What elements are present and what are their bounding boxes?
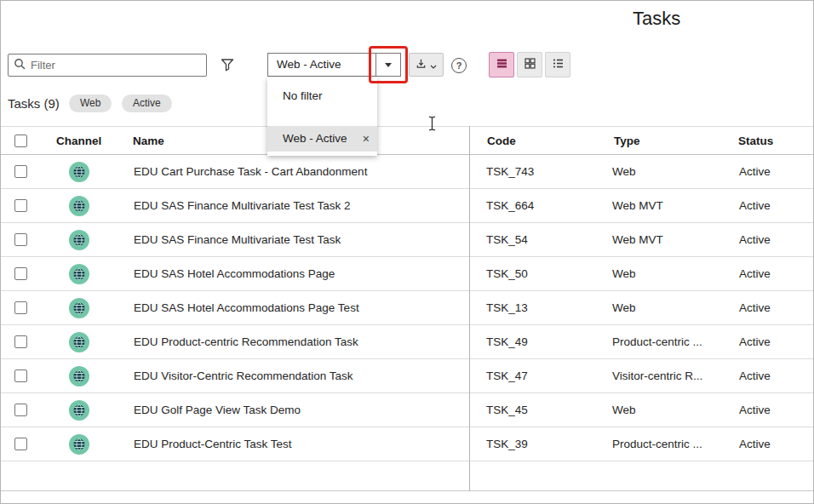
table-view-button[interactable] <box>489 52 514 77</box>
task-name: EDU Visitor-Centric Recommendation Task <box>134 359 353 392</box>
task-status: Active <box>739 189 771 222</box>
row-checkbox[interactable] <box>14 267 27 280</box>
chevron-down-icon <box>430 59 437 72</box>
task-status: Active <box>739 427 771 461</box>
table-row[interactable]: EDU Product-centric Recommendation Task … <box>1 325 813 359</box>
table-view-icon <box>496 57 508 72</box>
remove-filter-icon[interactable]: × <box>363 126 370 152</box>
row-checkbox[interactable] <box>14 233 27 246</box>
task-type: Web <box>612 257 636 290</box>
task-status: Active <box>739 325 771 358</box>
table-row[interactable]: EDU Visitor-Centric Recommendation Task … <box>1 359 813 393</box>
tasks-count-label: Tasks (9) <box>8 96 60 111</box>
task-type: Product-centric ... <box>612 427 702 461</box>
search-icon <box>14 58 26 73</box>
task-type: Web <box>612 393 636 427</box>
task-status: Active <box>739 359 771 392</box>
web-channel-icon <box>69 434 89 455</box>
task-name: EDU Product-centric Recommendation Task <box>134 325 358 358</box>
column-header-type[interactable]: Type <box>614 127 640 155</box>
card-view-icon <box>524 57 536 72</box>
task-name: EDU SAS Hotel Accommodations Page Test <box>134 291 359 324</box>
web-channel-icon <box>69 162 89 182</box>
help-button[interactable]: ? <box>451 58 467 73</box>
task-code: TSK_45 <box>486 393 528 427</box>
table-row[interactable]: EDU SAS Finance Multivariate Test Task 2… <box>1 189 813 223</box>
web-channel-icon <box>69 332 89 352</box>
task-status: Active <box>739 393 771 427</box>
task-code: TSK_39 <box>486 427 528 461</box>
card-view-button[interactable] <box>517 52 542 77</box>
task-code: TSK_49 <box>486 325 528 358</box>
row-checkbox[interactable] <box>14 199 27 212</box>
row-checkbox[interactable] <box>14 404 27 416</box>
task-type: Product-centric ... <box>612 325 702 358</box>
table-row[interactable]: EDU Golf Page View Task Demo TSK_45 Web … <box>1 393 813 427</box>
column-header-code[interactable]: Code <box>487 127 516 155</box>
table-row[interactable]: EDU SAS Finance Multivariate Test Task T… <box>1 223 813 257</box>
task-name: EDU SAS Finance Multivariate Test Task 2 <box>134 189 351 222</box>
task-name: EDU Cart Purchase Task - Cart Abandonmen… <box>134 155 367 188</box>
task-status: Active <box>739 257 771 290</box>
filter-input[interactable] <box>31 59 201 72</box>
row-checkbox[interactable] <box>14 335 27 348</box>
task-code: TSK_47 <box>486 359 528 392</box>
task-status: Active <box>739 291 771 324</box>
task-status: Active <box>739 155 771 188</box>
filter-funnel-icon[interactable] <box>220 57 237 74</box>
task-type: Web MVT <box>612 189 663 222</box>
task-code: TSK_13 <box>486 291 528 324</box>
web-channel-icon <box>69 264 89 284</box>
task-type: Visitor-centric R... <box>612 359 702 392</box>
column-header-name[interactable]: Name <box>133 127 164 155</box>
task-code: TSK_50 <box>486 257 528 290</box>
web-channel-icon <box>69 400 89 421</box>
column-header-channel[interactable]: Channel <box>56 127 101 155</box>
tasks-page: Tasks Web - Active ? <box>0 0 814 504</box>
web-channel-icon <box>69 196 89 216</box>
table-row[interactable]: EDU Product-Centric Task Test TSK_39 Pro… <box>1 427 813 461</box>
filter-chip-web[interactable]: Web <box>69 94 112 112</box>
table-header: Channel Name Code Type Status <box>1 126 813 155</box>
caret-down-icon <box>385 63 392 67</box>
table-row[interactable]: EDU SAS Hotel Accommodations Page Test T… <box>1 291 813 325</box>
filter-dropdown-menu: No filter Web - Active × <box>267 77 377 156</box>
task-name: EDU SAS Finance Multivariate Test Task <box>134 223 341 256</box>
filter-dropdown[interactable]: Web - Active <box>267 53 376 77</box>
task-code: TSK_54 <box>486 223 528 256</box>
web-channel-icon <box>69 230 89 250</box>
row-checkbox[interactable] <box>14 301 27 314</box>
task-name: EDU Golf Page View Task Demo <box>134 393 301 427</box>
menu-item-label: Web - Active <box>283 132 347 145</box>
row-checkbox[interactable] <box>14 165 27 178</box>
table-bottom-border <box>1 490 813 491</box>
filter-dropdown-arrow-button[interactable] <box>375 53 401 77</box>
row-checkbox[interactable] <box>14 438 27 450</box>
task-type: Web <box>612 291 636 324</box>
task-name: EDU SAS Hotel Accommodations Page <box>134 257 335 290</box>
select-all-checkbox[interactable] <box>14 135 27 147</box>
task-code: TSK_664 <box>486 189 534 222</box>
save-filter-icon <box>416 58 427 72</box>
menu-item-no-filter[interactable]: No filter <box>267 77 377 115</box>
task-status: Active <box>739 223 771 256</box>
list-view-icon <box>552 57 565 72</box>
list-view-button[interactable] <box>545 52 570 77</box>
task-code: TSK_743 <box>486 155 534 188</box>
task-table-body: EDU Cart Purchase Task - Cart Abandonmen… <box>1 155 813 461</box>
column-header-status[interactable]: Status <box>738 127 773 155</box>
save-filter-button[interactable] <box>409 53 444 77</box>
page-title: Tasks <box>633 8 680 30</box>
table-row[interactable]: EDU Cart Purchase Task - Cart Abandonmen… <box>1 155 813 189</box>
row-checkbox[interactable] <box>14 369 27 382</box>
task-type: Web MVT <box>612 223 663 256</box>
web-channel-icon <box>69 298 89 318</box>
task-type: Web <box>612 155 636 188</box>
task-name: EDU Product-Centric Task Test <box>134 427 292 461</box>
filter-chip-active[interactable]: Active <box>122 94 172 112</box>
filter-search-box[interactable] <box>8 54 207 77</box>
column-divider <box>469 126 470 491</box>
web-channel-icon <box>69 366 89 387</box>
table-row[interactable]: EDU SAS Hotel Accommodations Page TSK_50… <box>1 257 813 291</box>
menu-item-web-active[interactable]: Web - Active × <box>267 126 377 152</box>
